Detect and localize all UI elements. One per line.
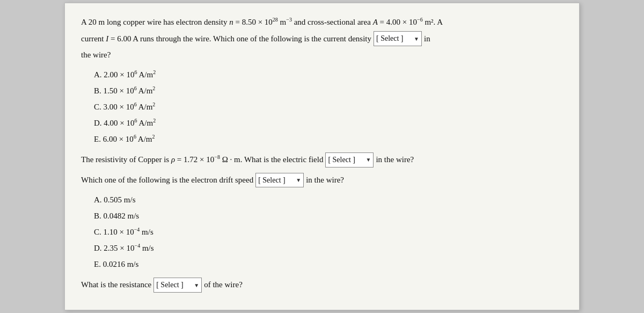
n-equals: = 8.50 × 1028 m−3: [233, 18, 292, 26]
problem-1-line3: the wire?: [81, 48, 563, 62]
drift-speed-text: Which one of the following is the electr…: [81, 173, 253, 187]
select-electric-field-label: [ Select ]: [328, 154, 355, 166]
answers-drift-speed: A. 0.505 m/s B. 0.0482 m/s C. 1.10 × 10−…: [94, 192, 563, 272]
answer-d1: D. 4.00 × 106 A/m2: [94, 115, 563, 131]
n-variable: n: [229, 18, 233, 26]
chevron-down-icon: ▼: [414, 34, 419, 43]
problem-1-line2: current I = 6.00 A runs through the wire…: [81, 31, 563, 46]
problem-2-line: The resistivity of Copper is ρ = 1.72 × …: [81, 152, 563, 168]
problem-4-line: What is the resistance [ Select ] ▼ of t…: [81, 278, 563, 293]
chevron-down-icon-3: ▼: [296, 176, 301, 185]
problem-1-text-a: A 20 m long copper wire has electron den…: [81, 18, 229, 26]
select-resistance-label: [ Select ]: [156, 279, 184, 292]
answers-current-density: A. 2.00 × 106 A/m2 B. 1.50 × 106 A/m2 C.…: [94, 67, 563, 147]
select-electric-field[interactable]: [ Select ] ▼: [325, 152, 374, 168]
chevron-down-icon-2: ▼: [366, 155, 371, 164]
answer-b3: B. 0.0482 m/s: [94, 208, 563, 224]
problem-1-section: A 20 m long copper wire has electron den…: [81, 15, 563, 147]
select-drift-speed-label: [ Select ]: [258, 174, 286, 187]
problem-2-section: The resistivity of Copper is ρ = 1.72 × …: [81, 152, 563, 168]
answer-c3: C. 1.10 × 10−4 m/s: [94, 224, 563, 240]
resistance-text: What is the resistance: [81, 278, 151, 292]
chevron-down-icon-4: ▼: [194, 281, 199, 290]
answer-c1: C. 3.00 × 106 A/m2: [94, 99, 563, 115]
answer-e3: E. 0.0216 m/s: [94, 256, 563, 272]
in-wire-label-2: in the wire?: [376, 153, 414, 167]
in-label: in: [424, 32, 430, 46]
in-wire-label-3: in the wire?: [306, 173, 344, 187]
current-text: current I = 6.00 A runs through the wire…: [81, 32, 371, 46]
answer-b1: B. 1.50 × 106 A/m2: [94, 83, 563, 99]
answer-d3: D. 2.35 × 10−4 m/s: [94, 240, 563, 256]
answer-e1: E. 6.00 × 106 A/m2: [94, 131, 563, 147]
problem-3-section: Which one of the following is the electr…: [81, 173, 563, 273]
problem-1-line1: A 20 m long copper wire has electron den…: [81, 15, 563, 30]
select-resistance[interactable]: [ Select ] ▼: [153, 278, 202, 293]
of-wire-label: of the wire?: [204, 278, 243, 292]
page: A 20 m long copper wire has electron den…: [64, 3, 580, 310]
resistivity-text: The resistivity of Copper is ρ = 1.72 × …: [81, 152, 323, 167]
select-current-density[interactable]: [ Select ] ▼: [374, 31, 422, 46]
problem-3-line: Which one of the following is the electr…: [81, 173, 563, 188]
answer-a3: A. 0.505 m/s: [94, 192, 563, 208]
answer-a1: A. 2.00 × 106 A/m2: [94, 67, 563, 83]
and-area: and cross-sectional area A = 4.00 × 10−6…: [292, 18, 443, 26]
select-drift-speed[interactable]: [ Select ] ▼: [255, 173, 304, 188]
select-current-density-label: [ Select ]: [376, 32, 404, 45]
problem-4-section: What is the resistance [ Select ] ▼ of t…: [81, 278, 563, 293]
